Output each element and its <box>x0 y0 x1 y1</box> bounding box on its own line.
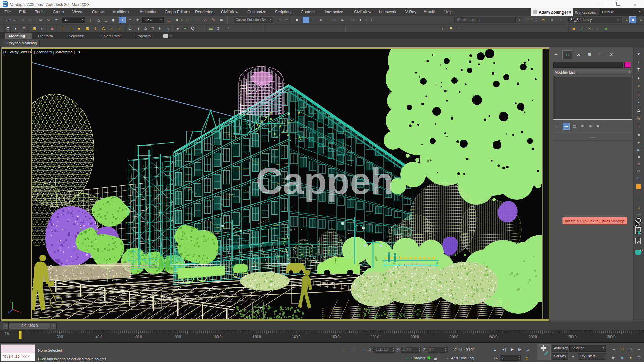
svg-text:220:0: 220:0 <box>449 335 458 339</box>
svg-text:300:0: 300:0 <box>607 335 615 339</box>
svg-text:100:0: 100:0 <box>213 335 221 339</box>
svg-text:260:0: 260:0 <box>528 335 537 339</box>
svg-text:120:0: 120:0 <box>252 335 261 339</box>
svg-text:200:0: 200:0 <box>410 335 419 339</box>
svg-text:60:0: 60:0 <box>135 335 142 339</box>
svg-text:160:0: 160:0 <box>331 335 339 339</box>
svg-text:180:0: 180:0 <box>371 335 379 339</box>
svg-text:40:0: 40:0 <box>96 335 102 339</box>
svg-text:80:0: 80:0 <box>174 335 181 339</box>
svg-text:140:0: 140:0 <box>292 335 300 339</box>
svg-text:20:0: 20:0 <box>56 335 63 339</box>
svg-text:280:0: 280:0 <box>568 335 576 339</box>
svg-text:240:0: 240:0 <box>489 335 497 339</box>
